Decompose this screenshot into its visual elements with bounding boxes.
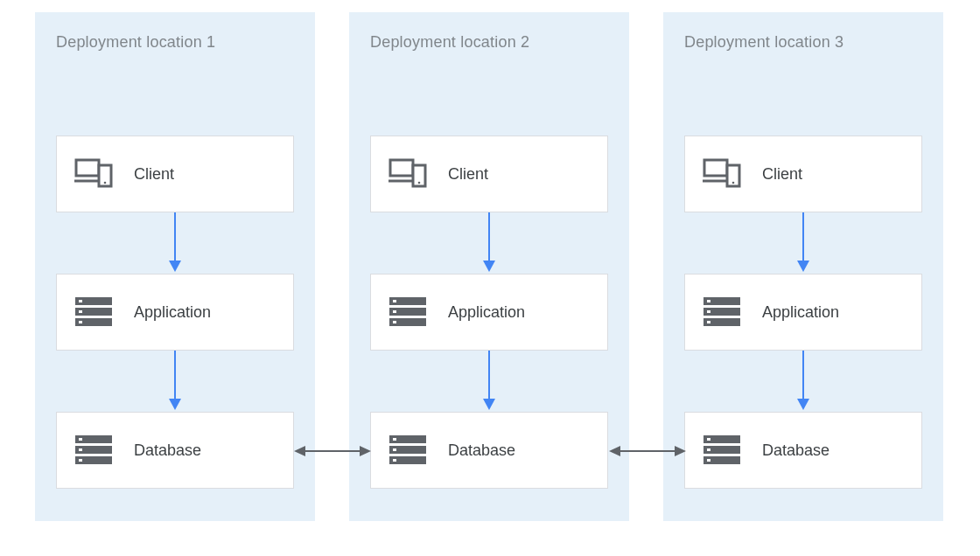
svg-rect-29: [393, 300, 396, 302]
diagram-canvas: Deployment location 1 Client: [0, 0, 980, 556]
arrow-down: [56, 351, 294, 412]
svg-rect-18: [79, 448, 82, 451]
svg-rect-17: [79, 438, 82, 441]
application-node: Application: [684, 274, 922, 351]
svg-rect-30: [393, 310, 396, 313]
node-label: Database: [448, 441, 515, 460]
panel-title: Deployment location 1: [56, 33, 294, 52]
svg-point-3: [104, 182, 107, 184]
svg-marker-25: [483, 261, 495, 272]
server-stack-icon: [388, 293, 427, 331]
svg-rect-11: [79, 321, 82, 323]
svg-rect-19: [79, 459, 82, 462]
svg-rect-51: [707, 321, 710, 323]
svg-rect-37: [393, 438, 396, 441]
svg-rect-31: [393, 321, 396, 323]
svg-point-23: [418, 182, 421, 184]
client-node: Client: [370, 136, 608, 212]
svg-rect-49: [707, 300, 710, 302]
client-node: Client: [56, 136, 294, 212]
svg-rect-40: [704, 160, 727, 176]
panel-title: Deployment location 2: [370, 33, 608, 52]
svg-rect-9: [79, 300, 82, 302]
svg-rect-39: [393, 459, 396, 462]
deployment-location-panel: Deployment location 1 Client: [35, 12, 315, 521]
server-stack-icon: [703, 431, 741, 469]
node-label: Application: [762, 303, 839, 322]
svg-rect-10: [79, 310, 82, 313]
application-node: Application: [56, 274, 294, 351]
arrow-down: [370, 351, 608, 412]
application-node: Application: [370, 274, 608, 351]
panel-title: Deployment location 3: [684, 33, 922, 52]
svg-rect-50: [707, 310, 710, 313]
deployment-location-panel: Deployment location 3 Client: [663, 12, 943, 521]
server-stack-icon: [703, 293, 741, 331]
svg-marker-64: [609, 446, 620, 456]
node-label: Application: [134, 303, 211, 322]
server-stack-icon: [74, 431, 113, 469]
arrow-down: [684, 351, 922, 412]
client-node: Client: [684, 136, 922, 212]
svg-marker-65: [675, 446, 686, 456]
svg-rect-59: [707, 459, 710, 462]
svg-point-43: [732, 182, 735, 184]
server-stack-icon: [74, 293, 113, 331]
bidirectional-arrow: [294, 444, 371, 458]
server-stack-icon: [388, 431, 427, 469]
svg-rect-38: [393, 448, 396, 451]
node-label: Client: [448, 165, 488, 184]
arrow-down: [370, 212, 608, 274]
svg-marker-13: [169, 399, 181, 410]
database-node: Database: [56, 412, 294, 489]
database-node: Database: [370, 412, 608, 489]
arrow-down: [684, 212, 922, 274]
svg-rect-57: [707, 438, 710, 441]
node-label: Application: [448, 303, 525, 322]
node-label: Database: [762, 441, 830, 460]
svg-rect-0: [76, 160, 99, 176]
database-node: Database: [684, 412, 922, 489]
arrow-down: [56, 212, 294, 274]
svg-rect-20: [390, 160, 413, 176]
client-devices-icon: [74, 155, 113, 193]
client-devices-icon: [388, 155, 427, 193]
svg-marker-53: [797, 399, 809, 410]
node-label: Database: [134, 441, 201, 460]
svg-marker-5: [169, 261, 181, 272]
node-label: Client: [762, 165, 802, 184]
svg-marker-61: [294, 446, 305, 456]
client-devices-icon: [703, 155, 741, 193]
node-label: Client: [134, 165, 174, 184]
svg-rect-58: [707, 448, 710, 451]
svg-marker-33: [483, 399, 495, 410]
deployment-location-panel: Deployment location 2 Client: [349, 12, 629, 521]
svg-marker-62: [360, 446, 371, 456]
bidirectional-arrow: [609, 444, 686, 458]
svg-marker-45: [797, 261, 809, 272]
